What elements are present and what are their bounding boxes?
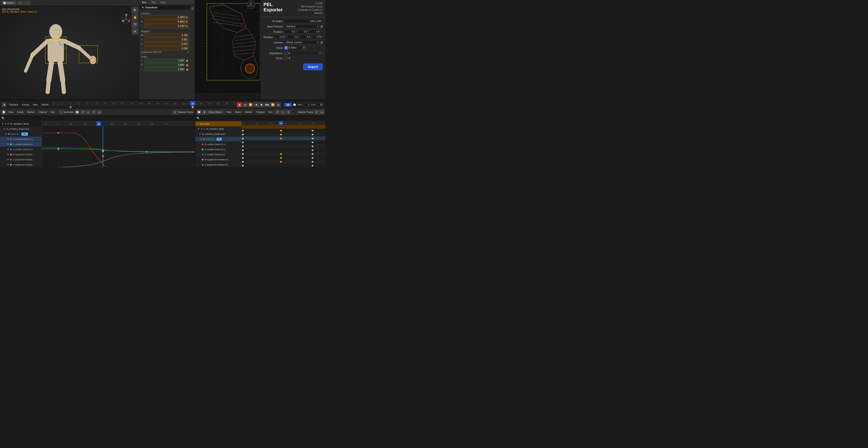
rot-z-input[interactable] — [312, 35, 323, 39]
normalize-toggle[interactable]: 🔄 — [75, 110, 80, 115]
viewport-mode-dropdown[interactable]: 🔄Global▾ — [1, 1, 16, 5]
dope-pin-btn[interactable]: 📌 — [275, 110, 280, 115]
keying-menu[interactable]: Keying — [21, 103, 31, 106]
channel-xloc[interactable]: 👁 X Location (hand_ik.L — [0, 137, 41, 142]
step-fwd-btn[interactable]: ⏩ — [270, 102, 275, 107]
rep-checkbox[interactable] — [284, 52, 287, 55]
graph-marker-menu[interactable]: Marker — [26, 110, 36, 114]
dope-bone-btn[interactable]: ✱ — [202, 110, 207, 115]
dope-wquat[interactable]: W Quaternion Rotation (h... — [195, 157, 242, 162]
rot-x-input[interactable] — [287, 35, 299, 39]
jump-end-btn[interactable]: ⏭ — [276, 102, 281, 107]
view-grid-btn[interactable]: ⊞ — [132, 28, 138, 34]
channel-zloc[interactable]: 👁 Z Location (hand_ik.L — [0, 147, 41, 152]
scale-y-input[interactable] — [144, 63, 185, 67]
dope-mode-btn[interactable]: 🔄 — [196, 110, 201, 115]
graph-search-input[interactable] — [6, 117, 193, 120]
viewport-shading-btn[interactable]: ⋯ — [24, 1, 31, 5]
dope-track-area[interactable]: 0 10 20 28 30 40 50 — [242, 121, 326, 167]
view-menu[interactable]: View — [31, 103, 39, 106]
graph-filter-btn[interactable]: ▼ — [92, 110, 96, 115]
location-z-input[interactable] — [144, 24, 189, 28]
view-camera-btn[interactable]: 📷 — [132, 21, 138, 27]
camera-dropdown[interactable]: default_camera ▾ — [284, 40, 320, 44]
tab-view[interactable]: View — [158, 0, 168, 5]
pos-y-input[interactable] — [297, 30, 308, 34]
graph-key-menu[interactable]: Key — [49, 110, 56, 114]
dope-bone[interactable]: ▼ ✱ hand_ik.L 55 — [195, 137, 242, 142]
scale-y-lock[interactable]: 🔒 — [185, 64, 189, 66]
marker-menu[interactable]: Marker — [40, 103, 50, 106]
end-frame-input[interactable] — [317, 103, 323, 106]
scale-x-lock[interactable]: 🔒 — [185, 59, 189, 62]
scale-x-input[interactable] — [144, 59, 185, 63]
rotation-z-input[interactable] — [144, 46, 189, 51]
dope-view-menu[interactable]: View — [225, 110, 233, 114]
rotation-w-input[interactable] — [144, 33, 189, 37]
channel-yloc[interactable]: 👁 Y Location (hand_ik.L — [0, 142, 41, 147]
rotation-x-input[interactable] — [144, 38, 189, 41]
scale-z-lock[interactable]: 🔒 — [185, 68, 189, 71]
frame-back-btn[interactable]: ◀ — [253, 102, 259, 107]
start-frame-input[interactable] — [304, 103, 310, 106]
tab-tool[interactable]: Tool — [149, 0, 158, 5]
timeline-mode-btn[interactable]: ◀ — [2, 102, 6, 107]
channel-xquat[interactable]: 👁 X Quaternion Rotatio... — [0, 157, 41, 162]
play-btn[interactable]: ▶ — [259, 102, 264, 107]
dope-extra-btn[interactable]: ∧∨ — [319, 110, 324, 115]
graph-view-menu[interactable]: View — [7, 110, 15, 114]
base-posture-dropdown[interactable]: Standing ▾ — [284, 24, 320, 28]
dope-search-input[interactable] — [201, 117, 324, 120]
current-frame-display[interactable]: 28 — [284, 103, 292, 107]
pos-x-input[interactable] — [284, 30, 296, 34]
location-x-input[interactable] — [144, 15, 189, 19]
graph-mode-btn[interactable]: 🔄 — [1, 110, 6, 115]
dope-sheet-dropdown[interactable]: Dope Sheet ▾ — [208, 110, 224, 114]
rot-w-input[interactable] — [275, 35, 286, 39]
id-avatar-input[interactable] — [284, 19, 322, 23]
dope-key-menu[interactable]: Key — [267, 110, 274, 114]
graph-sync-btn[interactable]: ⊕ — [97, 110, 102, 115]
vtab-4l[interactable]: 4L — [191, 6, 194, 11]
graph-channel-menu[interactable]: Channel — [37, 110, 48, 114]
dope-xloc[interactable]: X Location (hand_ik.L) — [195, 142, 242, 147]
playback-menu[interactable]: Playback — [7, 103, 20, 106]
channel-bone[interactable]: ▼ ✱ hand_ik.L 55 — [0, 131, 41, 137]
dope-yloc[interactable]: Y Location (hand_ik.L) — [195, 147, 242, 152]
dope-filter2-btn[interactable]: ▼ — [314, 110, 319, 115]
frame-fwd-btn[interactable]: ▶▶ — [265, 102, 270, 107]
time-input[interactable] — [297, 46, 306, 50]
graph-canvas[interactable]: -10 0 10 20 28 30 40 50 60 70 — [42, 121, 195, 167]
dope-action[interactable]: ▼ IK_Handlers_BodyAction — [195, 131, 242, 137]
graph-warn-btn[interactable]: ⚠ — [86, 110, 91, 115]
graph-pin-btn[interactable]: 📌 — [81, 110, 85, 115]
step-back-btn[interactable]: ⏪ — [248, 102, 253, 107]
rot-y-input[interactable] — [300, 35, 311, 39]
view-hand-btn[interactable]: ✋ — [132, 14, 138, 21]
rotation-y-input[interactable] — [144, 42, 189, 46]
normalize-icon[interactable]: ↕ — [59, 110, 63, 115]
dope-root[interactable]: ▼ ★ 👁 IK_Handlers_Body — [195, 126, 242, 131]
score-checkbox[interactable] — [284, 57, 288, 60]
dope-summary-row[interactable]: ▼ Summary — [195, 121, 242, 126]
wireframe-viewport[interactable]: Z X Y — [195, 0, 260, 99]
dope-marker-menu[interactable]: Marker — [244, 110, 254, 114]
dope-zloc[interactable]: Z Location (hand_ik.L) — [195, 152, 242, 157]
export-button[interactable]: Export — [303, 63, 322, 70]
graph-select-menu[interactable]: Select — [16, 110, 25, 114]
dope-warn-btn[interactable]: ⚠ — [280, 110, 285, 115]
3d-viewport[interactable]: 🔄Global▾ ⊙ ⋯ User Perspective (28) IK_Ha… — [0, 0, 140, 99]
viewport-overlay-btn[interactable]: ⊙ — [17, 1, 23, 5]
dope-filter-btn[interactable]: ▼ — [286, 110, 291, 115]
channel-action[interactable]: ▼ IK_Handlers_BodyAction — [0, 126, 41, 131]
quaternion-dropdown-icon[interactable]: ▾ — [188, 51, 189, 54]
channel-wquat[interactable]: 👁 W Quaternion Rotati... — [0, 152, 41, 157]
channel-root[interactable]: ▼ ★ 👁 IK_Handlers_Body — [0, 121, 41, 126]
dope-channel-menu[interactable]: Channel — [255, 110, 266, 114]
view-rotate-btn[interactable]: 🔍 — [132, 7, 138, 13]
location-y-input[interactable] — [144, 20, 189, 24]
channel-yquat[interactable]: 👁 Y Quaternion Rotatio... — [0, 162, 41, 167]
scale-z-input[interactable] — [144, 67, 185, 71]
jump-start-btn[interactable]: ⏮ — [242, 102, 248, 107]
filter-icon[interactable]: ▼ — [173, 110, 177, 115]
